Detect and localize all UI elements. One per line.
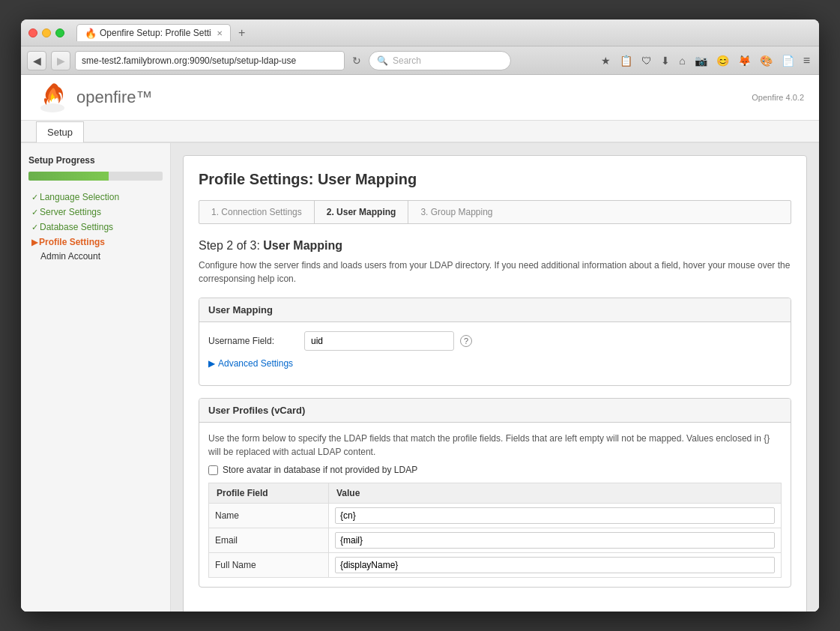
user-mapping-body: Username Field: ? ▶ Advanced Settings [199, 322, 791, 385]
new-tab-button[interactable]: + [234, 25, 250, 41]
col-profile-field: Profile Field [209, 483, 329, 504]
advanced-settings-row: ▶ Advanced Settings [208, 358, 782, 369]
sidebar-item-server[interactable]: ✓ Server Settings [28, 205, 163, 220]
app-header: openfire™ Openfire 4.0.2 [21, 75, 819, 121]
content-area: Profile Settings: User Mapping 1. Connec… [171, 143, 819, 612]
clipboard-icon[interactable]: 📋 [617, 53, 635, 68]
user-mapping-header: User Mapping [199, 298, 791, 322]
url-bar[interactable]: sme-test2.familybrown.org:9090/setup/set… [75, 51, 345, 70]
step-connection[interactable]: 1. Connection Settings [199, 201, 315, 223]
store-avatar-row: Store avatar in database if not provided… [208, 465, 782, 475]
check-icon: ✓ [31, 223, 38, 232]
username-field-input[interactable] [304, 331, 454, 351]
maximize-button[interactable] [55, 28, 64, 37]
nav-bar: ◀ ▶ sme-test2.familybrown.org:9090/setup… [21, 46, 819, 75]
vcard-header: User Profiles (vCard) [199, 399, 791, 423]
title-bar: 🔥 Openfire Setup: Profile Setti... ✕ + [21, 19, 819, 46]
tab-bar: 🔥 Openfire Setup: Profile Setti... ✕ + [76, 24, 812, 41]
step-description: Configure how the server finds and loads… [199, 259, 791, 286]
main-layout: Setup Progress ✓ Language Selection ✓ Se… [21, 143, 819, 612]
sidebar: Setup Progress ✓ Language Selection ✓ Se… [21, 143, 171, 612]
store-avatar-checkbox[interactable] [208, 465, 218, 475]
profile-value-input-2[interactable] [335, 557, 775, 573]
version-text: Openfire 4.0.2 [752, 93, 804, 102]
app-content: openfire™ Openfire 4.0.2 Setup Setup Pro… [21, 75, 819, 612]
sidebar-item-language[interactable]: ✓ Language Selection [28, 190, 163, 205]
progress-bar-fill [28, 172, 109, 181]
extensions-icon[interactable]: 📄 [779, 53, 797, 68]
tab-favicon: 🔥 [85, 28, 95, 38]
table-row: Email [209, 528, 782, 553]
arrow-icon: ▶ [31, 238, 37, 247]
traffic-lights [28, 28, 64, 37]
step-heading-bold: User Mapping [263, 239, 342, 252]
sidebar-title: Setup Progress [28, 155, 163, 166]
table-row: Name [209, 504, 782, 528]
step-group-mapping[interactable]: 3. Group Mapping [408, 201, 504, 223]
search-bar[interactable]: 🔍 Search [369, 51, 511, 70]
step-heading-prefix: Step 2 of 3: [199, 239, 260, 252]
username-field-row: Username Field: ? [208, 331, 782, 351]
nav-icons: ★ 📋 🛡 ⬇ ⌂ 📷 😊 🦊 🎨 📄 ≡ [598, 52, 813, 69]
sidebar-sub-label: Admin Account [40, 251, 100, 262]
browser-window: 🔥 Openfire Setup: Profile Setti... ✕ + ◀… [21, 19, 819, 612]
browser-tab[interactable]: 🔥 Openfire Setup: Profile Setti... ✕ [76, 24, 231, 41]
step-group-mapping-label: 3. Group Mapping [420, 207, 492, 217]
username-field-label: Username Field: [208, 336, 298, 346]
advanced-arrow-icon: ▶ [208, 358, 215, 369]
bookmark-icon[interactable]: ★ [598, 53, 614, 68]
download-icon[interactable]: ⬇ [658, 53, 673, 68]
profile-value-input-0[interactable] [335, 507, 775, 524]
svg-point-0 [40, 103, 64, 112]
sidebar-item-label: Database Settings [40, 222, 113, 232]
vcard-description: Use the form below to specify the LDAP f… [208, 432, 782, 459]
shield-icon[interactable]: 🛡 [638, 53, 655, 68]
sidebar-item-admin[interactable]: Admin Account [28, 250, 163, 263]
logo-text: openfire™ [76, 88, 153, 107]
advanced-settings-link[interactable]: ▶ Advanced Settings [208, 358, 293, 369]
logo-icon [36, 81, 69, 114]
profile-field-label: Full Name [209, 553, 329, 578]
user-mapping-section: User Mapping Username Field: ? ▶ Advance [199, 298, 791, 386]
logo-area: openfire™ [36, 81, 153, 114]
sidebar-item-database[interactable]: ✓ Database Settings [28, 220, 163, 235]
col-value: Value [329, 483, 782, 504]
forward-button[interactable]: ▶ [51, 51, 70, 70]
color-icon[interactable]: 🎨 [757, 53, 776, 68]
sidebar-item-profile[interactable]: ▶ Profile Settings [28, 235, 163, 250]
search-placeholder: Search [393, 55, 421, 66]
content-card: Profile Settings: User Mapping 1. Connec… [183, 155, 807, 612]
store-avatar-label: Store avatar in database if not provided… [223, 465, 417, 475]
screenshot-icon[interactable]: 📷 [692, 53, 710, 68]
username-help-icon[interactable]: ? [460, 335, 472, 347]
profile-value-cell [329, 553, 782, 578]
profile-table: Profile Field Value NameEmailFull Name [208, 483, 782, 578]
sidebar-item-label: Language Selection [40, 192, 119, 202]
progress-bar-container [28, 172, 163, 181]
profile-value-input-1[interactable] [335, 532, 775, 549]
step-user-mapping[interactable]: 2. User Mapping [315, 201, 409, 223]
check-icon: ✓ [31, 193, 38, 202]
step-connection-label: 1. Connection Settings [211, 207, 302, 217]
emoji-icon[interactable]: 😊 [713, 53, 732, 68]
home-icon[interactable]: ⌂ [676, 53, 688, 68]
profile-field-label: Email [209, 528, 329, 553]
privacy-icon[interactable]: 🦊 [735, 53, 754, 68]
steps-nav: 1. Connection Settings 2. User Mapping 3… [199, 200, 791, 224]
advanced-settings-label: Advanced Settings [218, 358, 293, 369]
page-title: Profile Settings: User Mapping [199, 171, 791, 188]
menu-icon[interactable]: ≡ [800, 52, 813, 69]
top-nav: Setup [21, 121, 819, 143]
step-user-mapping-label: 2. User Mapping [327, 207, 396, 217]
reload-button[interactable]: ↻ [349, 53, 364, 68]
minimize-button[interactable] [42, 28, 51, 37]
close-button[interactable] [28, 28, 37, 37]
tab-title: Openfire Setup: Profile Setti... [100, 28, 212, 38]
step-heading: Step 2 of 3: User Mapping [199, 239, 791, 253]
setup-tab[interactable]: Setup [36, 121, 84, 142]
sidebar-item-label: Server Settings [40, 207, 101, 217]
sidebar-item-label: Profile Settings [39, 237, 105, 247]
tab-close-button[interactable]: ✕ [217, 29, 223, 37]
search-icon: 🔍 [377, 55, 388, 66]
back-button[interactable]: ◀ [27, 51, 46, 70]
